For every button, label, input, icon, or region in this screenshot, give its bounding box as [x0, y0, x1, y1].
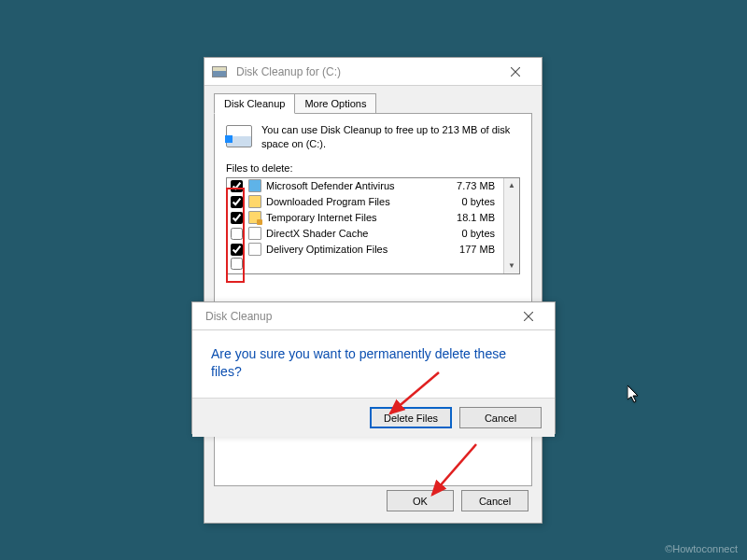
- confirm-dialog: Disk Cleanup Are you sure you want to pe…: [191, 301, 556, 434]
- folder-icon: [248, 195, 261, 208]
- dialog-buttons: OK Cancel: [387, 490, 529, 511]
- list-item[interactable]: Downloaded Program Files 0 bytes: [227, 194, 519, 210]
- scrollbar[interactable]: ▲ ▼: [503, 178, 519, 273]
- item-size: 0 bytes: [462, 196, 499, 207]
- item-label: Downloaded Program Files: [266, 196, 462, 207]
- tab-strip: Disk Cleanup More Options: [204, 86, 542, 114]
- files-to-delete-label: Files to delete:: [226, 162, 520, 174]
- item-label: Temporary Internet Files: [266, 212, 457, 223]
- list-item-partial[interactable]: [227, 258, 519, 271]
- drive-icon: [226, 125, 252, 147]
- list-item[interactable]: Delivery Optimization Files 177 MB: [227, 242, 519, 258]
- file-icon: [248, 243, 261, 256]
- cursor-icon: [627, 385, 641, 404]
- watermark: ©Howtoconnect: [665, 543, 738, 554]
- disk-cleanup-icon: [212, 66, 227, 77]
- item-size: 0 bytes: [462, 228, 499, 239]
- confirm-body: Are you sure you want to permanently del…: [192, 330, 555, 398]
- close-button[interactable]: [497, 60, 534, 84]
- item-label: DirectX Shader Cache: [266, 228, 462, 239]
- item-size: 7.73 MB: [457, 180, 499, 191]
- file-icon: [248, 227, 261, 240]
- item-label: Delivery Optimization Files: [266, 244, 459, 255]
- info-row: You can use Disk Cleanup to free up to 2…: [226, 123, 520, 151]
- ok-button[interactable]: OK: [387, 490, 454, 511]
- checkbox-delivery[interactable]: [231, 244, 243, 256]
- scroll-up-icon[interactable]: ▲: [504, 178, 519, 193]
- info-text: You can use Disk Cleanup to free up to 2…: [261, 123, 520, 151]
- cancel-button[interactable]: Cancel: [459, 407, 542, 428]
- checkbox-directx[interactable]: [231, 228, 243, 240]
- titlebar: Disk Cleanup for (C:): [204, 58, 542, 86]
- files-list: Microsoft Defender Antivirus 7.73 MB Dow…: [226, 177, 520, 274]
- confirm-buttons: Delete Files Cancel: [192, 398, 555, 437]
- list-item[interactable]: DirectX Shader Cache 0 bytes: [227, 226, 519, 242]
- item-label: Microsoft Defender Antivirus: [266, 180, 457, 191]
- window-title: Disk Cleanup for (C:): [233, 65, 497, 78]
- cancel-button[interactable]: Cancel: [461, 490, 529, 511]
- confirm-titlebar: Disk Cleanup: [192, 302, 555, 330]
- confirm-title: Disk Cleanup: [200, 310, 510, 323]
- list-item[interactable]: Temporary Internet Files 18.1 MB: [227, 210, 519, 226]
- checkbox-temp-internet[interactable]: [231, 212, 243, 224]
- tab-disk-cleanup[interactable]: Disk Cleanup: [214, 93, 295, 114]
- checkbox-defender[interactable]: [231, 180, 243, 192]
- disk-cleanup-window: Disk Cleanup for (C:) Disk Cleanup More …: [204, 57, 543, 524]
- delete-files-button[interactable]: Delete Files: [370, 407, 452, 428]
- checkbox-partial[interactable]: [231, 258, 243, 270]
- scroll-down-icon[interactable]: ▼: [504, 259, 519, 273]
- list-item[interactable]: Microsoft Defender Antivirus 7.73 MB: [227, 178, 519, 194]
- close-button[interactable]: [510, 304, 547, 329]
- folder-icon: [248, 179, 261, 192]
- checkbox-downloaded[interactable]: [231, 196, 243, 208]
- item-size: 177 MB: [459, 244, 499, 255]
- item-size: 18.1 MB: [457, 212, 499, 223]
- lock-folder-icon: [248, 211, 261, 224]
- tab-more-options[interactable]: More Options: [294, 93, 376, 114]
- confirm-message: Are you sure you want to permanently del…: [211, 345, 536, 381]
